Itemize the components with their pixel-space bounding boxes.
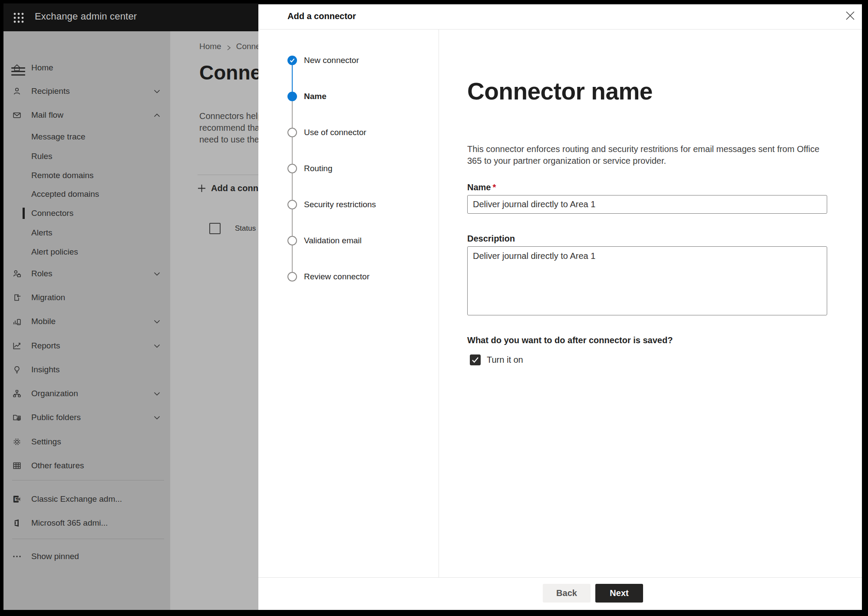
chevron-down-icon: [153, 414, 161, 421]
app-title: Exchange admin center: [35, 11, 137, 22]
sidebar-item-connectors[interactable]: Connectors: [3, 205, 170, 222]
chevron-up-icon: [153, 112, 161, 119]
folders-icon: [12, 413, 22, 422]
sidebar-nav: HomeRecipientsMail flowMessage traceRule…: [3, 31, 170, 610]
sidebar-item-public-folders[interactable]: Public folders: [3, 409, 170, 426]
migration-icon: [12, 293, 22, 302]
app-window: Exchange admin center HomeRecipientsMail…: [3, 3, 862, 610]
breadcrumb: Home Conne: [199, 42, 261, 51]
description-textarea[interactable]: Deliver journal directly to Area 1: [467, 246, 827, 315]
add-connector-panel: Add a connector New connectorNameUse of …: [258, 4, 862, 610]
sidebar-item-classic-exchange-adm[interactable]: EClassic Exchange adm...: [3, 490, 170, 508]
sidebar-item-label: Reports: [31, 341, 60, 351]
sidebar-item-other-features[interactable]: Other features: [3, 457, 170, 474]
step-connector-line: [292, 101, 293, 128]
sidebar-item-label: Remote domains: [31, 171, 94, 180]
sidebar-item-label: Other features: [31, 461, 84, 470]
sidebar-item-mobile[interactable]: Mobile: [3, 313, 170, 330]
panel-title: Add a connector: [287, 11, 356, 21]
sidebar-item-accepted-domains[interactable]: Accepted domains: [3, 185, 170, 203]
sidebar-item-mail-flow[interactable]: Mail flow: [3, 106, 170, 124]
wizard-step-name[interactable]: Name: [258, 91, 439, 102]
wizard-step-routing[interactable]: Routing: [258, 163, 439, 174]
page-description: Connectors help recommend that need to u…: [199, 110, 263, 146]
sidebar-item-microsoft-365-admi[interactable]: Microsoft 365 admi...: [3, 514, 170, 532]
step-label: Security restrictions: [304, 200, 376, 209]
add-connector-button[interactable]: Add a conn: [198, 183, 258, 193]
status-column-header[interactable]: Status: [235, 224, 256, 233]
step-upcoming-icon: [287, 236, 297, 245]
sidebar-item-label: Recipients: [31, 86, 70, 96]
sidebar-item-message-trace[interactable]: Message trace: [3, 128, 170, 146]
sidebar-item-label: Rules: [31, 152, 53, 161]
select-all-checkbox[interactable]: [209, 223, 221, 234]
sidebar-item-label: Migration: [31, 293, 65, 302]
sidebar-item-label: Alerts: [31, 228, 53, 238]
sidebar-divider: [12, 539, 164, 539]
dots-icon: [12, 552, 22, 561]
step-upcoming-icon: [287, 272, 297, 282]
sidebar-item-alert-policies[interactable]: Alert policies: [3, 243, 170, 261]
sidebar-item-migration[interactable]: Migration: [3, 289, 170, 306]
breadcrumb-current: Conne: [236, 42, 261, 51]
sidebar-item-home[interactable]: Home: [3, 59, 170, 76]
back-button[interactable]: Back: [543, 584, 591, 603]
mail-icon: [12, 110, 22, 120]
sidebar-item-label: Settings: [31, 437, 61, 447]
close-icon[interactable]: [845, 10, 856, 21]
step-completed-icon: [287, 56, 297, 65]
sidebar-item-label: Insights: [31, 365, 59, 374]
wizard-step-validation-email[interactable]: Validation email: [258, 235, 439, 246]
next-button[interactable]: Next: [595, 584, 643, 603]
sidebar-item-label: Mail flow: [31, 110, 63, 120]
wizard-steps: New connectorNameUse of connectorRouting…: [258, 30, 439, 578]
sidebar-item-label: Microsoft 365 admi...: [31, 518, 108, 528]
plus-icon: [198, 184, 206, 192]
wizard-step-new-connector[interactable]: New connector: [258, 55, 439, 66]
sidebar-item-alerts[interactable]: Alerts: [3, 224, 170, 242]
step-label: Use of connector: [304, 128, 366, 137]
sidebar-item-label: Alert policies: [31, 247, 78, 257]
chevron-down-icon: [153, 270, 161, 278]
sidebar-item-recipients[interactable]: Recipients: [3, 83, 170, 100]
roles-icon: [12, 269, 22, 278]
breadcrumb-home[interactable]: Home: [199, 42, 221, 51]
step-connector-line: [292, 65, 293, 92]
turn-it-on-checkbox-row[interactable]: Turn it on: [470, 354, 523, 365]
step-label: Name: [304, 92, 327, 101]
checkbox-checked-icon[interactable]: [470, 354, 481, 365]
wizard-step-review-connector[interactable]: Review connector: [258, 272, 439, 282]
wizard-step-use-of-connector[interactable]: Use of connector: [258, 127, 439, 138]
step-connector-line: [292, 137, 293, 164]
sidebar-item-settings[interactable]: Settings: [3, 433, 170, 450]
step-upcoming-icon: [287, 164, 297, 173]
chevron-down-icon: [153, 318, 161, 325]
app-launcher-icon[interactable]: [13, 12, 24, 23]
sidebar-item-roles[interactable]: Roles: [3, 265, 170, 282]
sidebar-item-label: Public folders: [31, 413, 81, 422]
chevron-down-icon: [153, 88, 161, 95]
name-input[interactable]: [467, 195, 827, 214]
step-description: This connector enforces routing and secu…: [467, 143, 824, 167]
sidebar-item-reports[interactable]: Reports: [3, 337, 170, 354]
sidebar-item-show-pinned[interactable]: Show pinned: [3, 548, 170, 565]
step-label: Routing: [304, 164, 333, 173]
step-heading: Connector name: [467, 77, 653, 105]
sidebar-item-remote-domains[interactable]: Remote domains: [3, 167, 170, 184]
sidebar-item-insights[interactable]: Insights: [3, 361, 170, 378]
sidebar-item-label: Message trace: [31, 132, 86, 142]
step-label: New connector: [304, 56, 359, 65]
mobile-icon: [12, 317, 22, 326]
wizard-step-security-restrictions[interactable]: Security restrictions: [258, 199, 439, 210]
person-icon: [12, 86, 22, 96]
selected-indicator: [23, 208, 25, 219]
home-icon: [12, 63, 22, 73]
sidebar-item-label: Classic Exchange adm...: [31, 494, 122, 504]
sidebar-item-rules[interactable]: Rules: [3, 148, 170, 165]
exchange-icon: E: [12, 494, 22, 504]
step-connector-line: [292, 209, 293, 236]
step-upcoming-icon: [287, 200, 297, 209]
step-upcoming-icon: [287, 128, 297, 137]
sidebar-item-organization[interactable]: Organization: [3, 385, 170, 402]
sidebar-item-label: Roles: [31, 269, 53, 278]
